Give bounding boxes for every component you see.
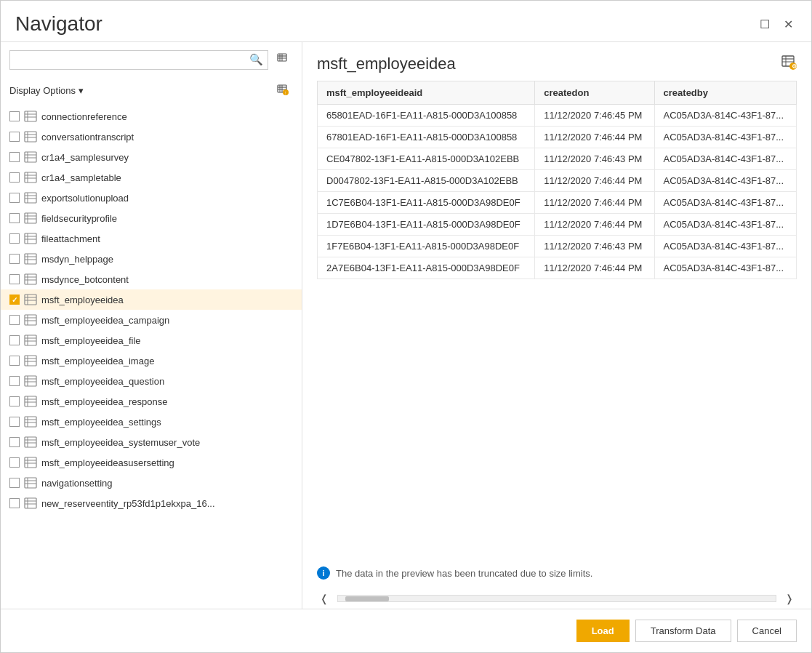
item-checkbox[interactable]	[9, 274, 20, 284]
restore-icon: ☐	[760, 17, 770, 31]
table-cell: 1D7E6B04-13F1-EA11-A815-000D3A98DE0F	[318, 214, 535, 236]
cancel-button[interactable]: Cancel	[737, 620, 797, 642]
item-checkbox[interactable]	[9, 315, 20, 325]
search-bar: 🔍	[1, 42, 302, 77]
item-label: connectionreference	[41, 111, 127, 122]
table-row: 65801EAD-16F1-EA11-A815-000D3A10085811/1…	[318, 105, 797, 127]
refresh-icon	[277, 52, 289, 67]
item-checkbox[interactable]	[9, 193, 20, 203]
load-button[interactable]: Load	[576, 620, 630, 642]
list-item[interactable]: navigationsetting	[1, 473, 302, 493]
close-button[interactable]: ✕	[779, 15, 797, 33]
transform-data-button[interactable]: Transform Data	[635, 620, 731, 642]
horizontal-scrollbar-track[interactable]	[337, 595, 776, 602]
item-checkbox[interactable]	[9, 498, 20, 508]
search-button[interactable]: 🔍	[248, 52, 265, 68]
list-item[interactable]: cr1a4_sampletable	[1, 167, 302, 188]
column-header: createdby	[654, 81, 796, 105]
item-checkbox[interactable]	[9, 152, 20, 162]
item-checkbox[interactable]	[9, 417, 20, 427]
table-icon	[24, 233, 37, 244]
truncation-text: The data in the preview has been truncat…	[336, 568, 592, 579]
table-cell: 67801EAD-16F1-EA11-A815-000D3A100858	[318, 127, 535, 148]
table-row: 1D7E6B04-13F1-EA11-A815-000D3A98DE0F11/1…	[318, 214, 797, 236]
list-item[interactable]: conversationtranscript	[1, 127, 302, 147]
item-checkbox[interactable]	[9, 254, 20, 264]
data-table: msft_employeeideaidcreatedoncreatedby 65…	[317, 81, 797, 279]
item-checkbox[interactable]	[9, 457, 20, 468]
svg-rect-12	[25, 111, 36, 121]
table-cell: 11/12/2020 7:46:45 PM	[535, 105, 654, 127]
left-panel: 🔍	[1, 42, 302, 609]
svg-rect-48	[25, 295, 36, 305]
item-checkbox[interactable]	[9, 437, 20, 447]
table-icon	[24, 497, 37, 509]
list-item[interactable]: msft_employeeidea_systemuser_vote	[1, 432, 302, 452]
scroll-left-button[interactable]: ❬	[317, 591, 331, 606]
table-icon	[24, 273, 37, 285]
table-icon	[24, 192, 37, 204]
svg-rect-60	[25, 356, 36, 366]
table-icon	[24, 457, 37, 468]
table-cell: AC05AD3A-814C-43F1-87...	[654, 214, 796, 236]
item-checkbox[interactable]	[9, 132, 20, 142]
list-item[interactable]: msdynce_botcontent	[1, 269, 302, 289]
list-item[interactable]: msft_employeeidea_image	[1, 350, 302, 371]
close-icon: ✕	[784, 17, 793, 31]
search-input[interactable]	[10, 51, 268, 69]
item-checkbox[interactable]	[9, 295, 20, 305]
table-cell: 11/12/2020 7:46:44 PM	[535, 214, 654, 236]
item-checkbox[interactable]	[9, 111, 20, 121]
list-item[interactable]: msft_employeeidea	[1, 289, 302, 310]
expand-button[interactable]: ↑	[273, 80, 293, 100]
list-item[interactable]: msft_employeeidea_campaign	[1, 310, 302, 330]
list-item[interactable]: msft_employeeidea_question	[1, 371, 302, 391]
dialog-title: Navigator	[15, 12, 102, 36]
item-checkbox[interactable]	[9, 213, 20, 223]
svg-rect-40	[25, 254, 36, 264]
list-item[interactable]: msft_employeeidea_response	[1, 391, 302, 412]
table-icon	[24, 131, 37, 143]
item-checkbox[interactable]	[9, 233, 20, 244]
list-item[interactable]: fieldsecurityprofile	[1, 208, 302, 228]
title-bar-controls: ☐ ✕	[756, 15, 797, 33]
table-preview-icon: ⚙	[781, 58, 797, 73]
list-item[interactable]: connectionreference	[1, 106, 302, 127]
item-label: exportsolutionupload	[41, 193, 129, 204]
column-header: createdon	[535, 81, 654, 105]
table-cell: 11/12/2020 7:46:43 PM	[535, 236, 654, 257]
list-item[interactable]: fileattachment	[1, 228, 302, 249]
title-bar: Navigator ☐ ✕	[1, 1, 811, 41]
restore-button[interactable]: ☐	[756, 15, 773, 33]
list-item[interactable]: msft_employeeideasusersetting	[1, 452, 302, 473]
list-item[interactable]: exportsolutionupload	[1, 188, 302, 208]
refresh-button[interactable]	[273, 49, 293, 70]
item-checkbox[interactable]	[9, 356, 20, 366]
item-label: msft_employeeidea_image	[41, 356, 154, 366]
item-checkbox[interactable]	[9, 172, 20, 183]
item-label: navigationsetting	[41, 478, 113, 489]
table-icon	[24, 355, 37, 366]
horizontal-scrollbar-thumb[interactable]	[345, 596, 389, 601]
list-item[interactable]: msft_employeeidea_file	[1, 330, 302, 350]
item-checkbox[interactable]	[9, 478, 20, 488]
table-icon	[24, 396, 37, 407]
column-header: msft_employeeideaid	[318, 81, 535, 105]
preview-icon-button[interactable]: ⚙	[781, 54, 797, 73]
footer: Load Transform Data Cancel	[1, 609, 811, 652]
table-cell: 11/12/2020 7:46:44 PM	[535, 127, 654, 148]
table-icon	[24, 477, 37, 489]
list-item[interactable]: msdyn_helppage	[1, 249, 302, 269]
item-checkbox[interactable]	[9, 335, 20, 345]
truncation-notice: i The data in the preview has been trunc…	[302, 558, 811, 588]
svg-rect-76	[25, 437, 36, 447]
scroll-right-button[interactable]: ❭	[782, 591, 797, 606]
table-cell: 11/12/2020 7:46:44 PM	[535, 170, 654, 192]
list-item[interactable]: new_reserveentity_rp53fd1p1ekxpa_16...	[1, 493, 302, 513]
display-options-button[interactable]: Display Options ▾	[9, 85, 84, 96]
list-item[interactable]: msft_employeeidea_settings	[1, 412, 302, 432]
item-checkbox[interactable]	[9, 376, 20, 386]
item-checkbox[interactable]	[9, 396, 20, 406]
list-item[interactable]: cr1a4_samplesurvey	[1, 147, 302, 167]
svg-rect-84	[25, 478, 36, 488]
